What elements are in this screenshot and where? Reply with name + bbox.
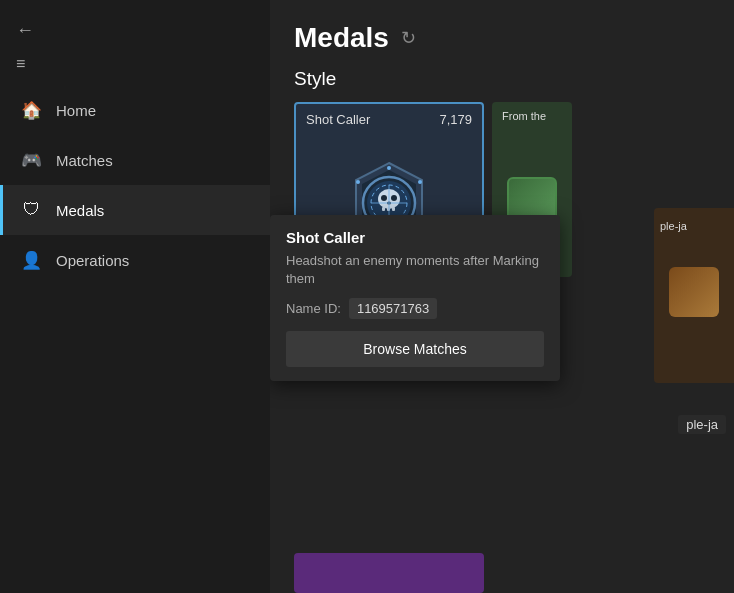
sidebar-nav: 🏠 Home 🎮 Matches 🛡 Medals 👤 Operations [0,85,270,285]
partial-card-body [654,242,734,342]
sidebar-item-label: Home [56,102,96,119]
sidebar-item-label: Medals [56,202,104,219]
sidebar-item-matches[interactable]: 🎮 Matches [0,135,270,185]
refresh-button[interactable]: ↻ [401,27,416,49]
medal-score: 7,179 [439,112,472,127]
tooltip-popup: Shot Caller Headshot an enemy moments af… [270,215,560,381]
ple-ja-label: ple-ja [678,415,726,434]
sidebar-item-label: Operations [56,252,129,269]
style-label: Style [294,68,710,90]
sidebar-item-label: Matches [56,152,113,169]
main-content: Medals ↻ Style Shot Caller 7,179 [270,0,734,593]
name-id-value: 1169571763 [349,298,437,319]
sidebar-item-home[interactable]: 🏠 Home [0,85,270,135]
sidebar-item-medals[interactable]: 🛡 Medals [0,185,270,235]
style-section: Style [270,54,734,90]
partial-card-header: ple-ja [654,208,734,242]
svg-point-16 [356,180,360,184]
matches-icon: 🎮 [20,149,42,171]
name-id-label: Name ID: [286,301,341,316]
medal-name: Shot Caller [306,112,370,127]
medal-card-header: From the [492,102,572,126]
svg-point-14 [387,166,391,170]
orange-medal-icon [669,267,719,317]
partial-card-label: ple-ja [660,220,687,232]
sidebar-item-operations[interactable]: 👤 Operations [0,235,270,285]
page-title: Medals [294,22,389,54]
medal-card-header: Shot Caller 7,179 [296,104,482,131]
back-button[interactable]: ← [16,20,34,41]
tooltip-name-id-row: Name ID: 1169571763 [286,298,544,319]
medal-card-partial-right[interactable]: ple-ja [654,208,734,383]
browse-matches-button[interactable]: Browse Matches [286,331,544,367]
svg-rect-9 [387,207,390,211]
menu-icon[interactable]: ≡ [16,55,25,73]
svg-point-6 [391,195,397,201]
svg-point-17 [418,180,422,184]
medals-icon: 🛡 [20,199,42,221]
medal-name: From the [502,110,546,122]
svg-rect-8 [382,207,385,211]
sidebar: ← ≡ 🏠 Home 🎮 Matches 🛡 Medals 👤 Operatio… [0,0,270,593]
svg-point-5 [381,195,387,201]
tooltip-description: Headshot an enemy moments after Marking … [286,252,544,288]
tooltip-title: Shot Caller [286,229,544,246]
purple-bottom-bar [294,553,484,593]
operations-icon: 👤 [20,249,42,271]
home-icon: 🏠 [20,99,42,121]
main-header: Medals ↻ [270,0,734,54]
svg-rect-10 [392,207,395,211]
